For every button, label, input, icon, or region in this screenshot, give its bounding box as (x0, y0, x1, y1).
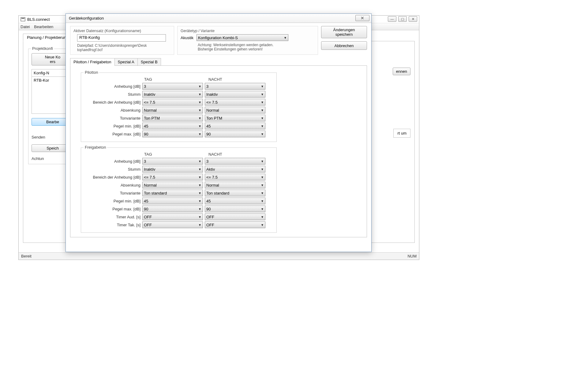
tab-spezial-b[interactable]: Spezial B (137, 58, 161, 66)
konfig-name-input[interactable]: RTB-Konfig (77, 34, 166, 42)
freigabeton-label: Bereich der Anhebung [dB] (84, 175, 142, 180)
freigabeton-day-select[interactable]: Normal▼ (142, 182, 203, 188)
chevron-down-icon: ▼ (261, 184, 264, 187)
param-row: StummInaktiv▼Inaktiv▼ (84, 91, 273, 98)
dialog-body: Aktiver Datensatz (Konfigurationsname) R… (66, 23, 371, 240)
chevron-down-icon: ▼ (198, 85, 201, 88)
geraetetyp-group: Gerätetyp / Variante Akustik Konfigurati… (177, 26, 318, 55)
chevron-down-icon: ▼ (198, 117, 201, 120)
freigabeton-night-value: OFF (206, 223, 214, 227)
freigabeton-day-select[interactable]: 90▼ (142, 206, 203, 212)
variante-select[interactable]: Konfiguration Kombi-S ▼ (197, 34, 288, 41)
pilotton-night-value: 45 (206, 124, 211, 128)
param-row: Anhebung [dB]3▼3▼ (84, 158, 273, 165)
ennen-button[interactable]: ennen (393, 68, 410, 75)
pilotton-night-select[interactable]: Ton PTM▼ (205, 115, 265, 121)
freigabeton-night-value: 3 (206, 159, 208, 164)
freigabeton-day-select[interactable]: <= 7.5▼ (142, 174, 203, 180)
menu-edit[interactable]: Bearbeiten (34, 24, 53, 29)
freigabeton-night-select[interactable]: OFF▼ (205, 213, 265, 220)
chevron-down-icon: ▼ (198, 160, 201, 163)
aenderungen-speichern-button[interactable]: Änderungen speichern (321, 26, 367, 38)
tab-pilotton-freigabeton[interactable]: Pilotton / Freigabeton (70, 58, 115, 66)
pilotton-day-value: 90 (144, 132, 148, 136)
pilotton-night-select[interactable]: Inaktiv▼ (205, 91, 265, 98)
freigabeton-day-select[interactable]: 3▼ (142, 158, 203, 165)
pilotton-group: Pilotton TAG NACHT Anhebung [dB]3▼3▼Stum… (81, 72, 277, 142)
projekt-konfig-legend: Projektkonfi (31, 46, 54, 51)
freigabeton-day-select[interactable]: OFF▼ (142, 221, 203, 228)
freigabeton-day-value: 90 (144, 207, 148, 211)
freigabeton-day-value: 45 (144, 199, 148, 203)
freigabeton-night-select[interactable]: 45▼ (205, 198, 265, 204)
abbrechen-button[interactable]: Abbrechen (321, 41, 367, 50)
pilotton-night-select[interactable]: 45▼ (205, 123, 265, 129)
freigabeton-day-select[interactable]: OFF▼ (142, 213, 203, 220)
minimize-button[interactable]: — (388, 16, 396, 22)
freigabeton-day-select[interactable]: 45▼ (142, 198, 203, 204)
close-button[interactable]: ✕ (409, 16, 417, 22)
svg-rect-0 (21, 17, 25, 21)
freigabeton-group: Freigabeton TAG NACHT Anhebung [dB]3▼3▼S… (81, 147, 277, 233)
pilotton-day-value: Normal (144, 108, 157, 113)
pilotton-day-select[interactable]: Normal▼ (142, 107, 203, 113)
dialog-top-area: Aktiver Datensatz (Konfigurationsname) R… (70, 26, 367, 55)
pilotton-night-value: 3 (206, 84, 208, 89)
chevron-down-icon: ▼ (198, 207, 201, 211)
chevron-down-icon: ▼ (198, 184, 201, 187)
pilotton-night-select[interactable]: 3▼ (205, 83, 265, 90)
achtung-warning: Achtung: Werkseinstellungen werden gelad… (198, 43, 315, 51)
rtum-box: rt um (393, 129, 410, 138)
freigabeton-label: Anhebung [dB] (84, 159, 142, 164)
freigabeton-night-value: Aktiv (206, 167, 215, 172)
freigabeton-label: Pegel max. [dB] (84, 207, 142, 211)
chevron-down-icon: ▼ (261, 109, 264, 112)
chevron-down-icon: ▼ (261, 223, 264, 227)
chevron-down-icon: ▼ (198, 215, 201, 219)
pilotton-night-select[interactable]: <= 7.5▼ (205, 99, 265, 106)
freigabeton-night-value: OFF (206, 215, 214, 219)
pilotton-night-select[interactable]: Normal▼ (205, 107, 265, 113)
freigabeton-night-select[interactable]: 90▼ (205, 206, 265, 212)
pilotton-day-select[interactable]: 3▼ (142, 83, 203, 90)
app-icon (21, 17, 25, 22)
freigabeton-night-select[interactable]: Ton standard▼ (205, 190, 265, 196)
app-title: BLS.connect (27, 17, 50, 22)
pilotton-day-select[interactable]: 90▼ (142, 131, 203, 137)
chevron-down-icon: ▼ (198, 168, 201, 171)
freigabeton-day-select[interactable]: Inaktiv▼ (142, 166, 203, 172)
subtabs: Pilotton / Freigabeton Spezial A Spezial… (70, 58, 367, 65)
dialog-close-button[interactable]: ✕ (355, 15, 369, 21)
chevron-down-icon: ▼ (261, 85, 264, 88)
freigabeton-day-select[interactable]: Ton standard▼ (142, 190, 203, 196)
freigabeton-night-select[interactable]: OFF▼ (205, 221, 265, 228)
pilotton-day-select[interactable]: Inaktiv▼ (142, 91, 203, 98)
pilotton-day-select[interactable]: <= 7.5▼ (142, 99, 203, 106)
pilotton-label: Absenkung (84, 108, 142, 113)
pilotton-rows: Anhebung [dB]3▼3▼StummInaktiv▼Inaktiv▼Be… (84, 83, 273, 137)
dialog-title-bar[interactable]: Gerätekonfiguration ✕ (66, 14, 371, 23)
menu-file[interactable]: Datei (21, 24, 30, 29)
freigabeton-night-select[interactable]: Normal▼ (205, 182, 265, 188)
freigabeton-night-select[interactable]: <= 7.5▼ (205, 174, 265, 180)
maximize-button[interactable]: ▢ (398, 16, 407, 22)
freigabeton-label: Pegel min. [dB] (84, 199, 142, 203)
freigabeton-night-select[interactable]: Aktiv▼ (205, 166, 265, 172)
chevron-down-icon: ▼ (261, 132, 264, 136)
pilotton-label: Anhebung [dB] (84, 84, 142, 89)
pilotton-label: Bereich der Anhebung [dB] (84, 100, 142, 105)
pilotton-day-select[interactable]: 45▼ (142, 123, 203, 129)
pilotton-night-select[interactable]: 90▼ (205, 131, 265, 137)
dateipfad-label: Dateipfad: C:\Users\dominiksprenger\Desk… (77, 43, 171, 52)
freigabeton-day-value: Inaktiv (144, 167, 155, 172)
chevron-down-icon: ▼ (198, 199, 201, 203)
pilotton-day-select[interactable]: Ton PTM▼ (142, 115, 203, 121)
pilotton-night-value: Ton PTM (206, 116, 222, 120)
chevron-down-icon: ▼ (198, 124, 201, 128)
chevron-down-icon: ▼ (198, 176, 201, 179)
chevron-down-icon: ▼ (261, 101, 264, 104)
tab-spezial-a[interactable]: Spezial A (114, 58, 138, 66)
tab-planung[interactable]: Planung / Projektierung (23, 34, 72, 41)
freigabeton-nacht-header: NACHT (208, 152, 273, 157)
freigabeton-night-select[interactable]: 3▼ (205, 158, 265, 165)
